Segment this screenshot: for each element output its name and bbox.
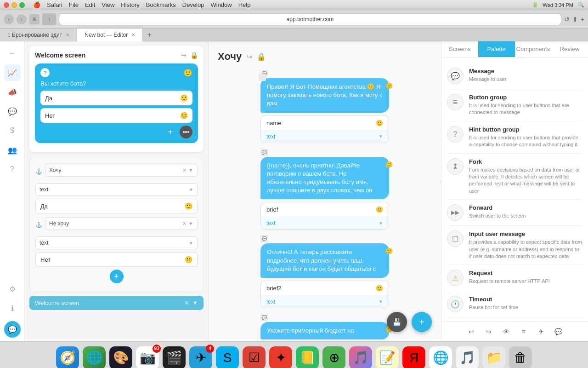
tab-components[interactable]: Components [515, 41, 552, 57]
menu-file[interactable]: File [69, 1, 79, 8]
nav-broadcast[interactable]: 📣 [4, 84, 21, 100]
share-action[interactable]: ⬆ [572, 16, 578, 23]
new-tab-button[interactable]: + [145, 30, 154, 40]
redo-button[interactable]: ↪ [483, 326, 495, 338]
forward-button[interactable]: › [17, 14, 27, 24]
palette-item-random[interactable]: ✕ Random component Performs random neste… [447, 317, 582, 322]
add-bookmark[interactable]: + [581, 16, 584, 23]
input-field-brief[interactable]: brief 🙂 [261, 202, 389, 217]
dock-photos[interactable]: 📷 93 [136, 346, 159, 368]
input-emoji-name[interactable]: 🙂 [376, 120, 383, 126]
nav-analytics[interactable]: 📈 [4, 64, 21, 81]
add-route-button[interactable]: + [110, 270, 124, 283]
tab-review[interactable]: Review [551, 41, 588, 57]
dock-safari[interactable]: 🌐 [83, 346, 106, 368]
emoji-icon-2[interactable]: 🙂 [385, 161, 393, 169]
dock-trash[interactable]: 🗑 [509, 346, 532, 368]
route-ne-hochu-close[interactable]: ✕ [182, 221, 187, 227]
minimize-button[interactable] [11, 2, 17, 8]
dock-yandex[interactable]: Я [402, 346, 425, 368]
route-select-ne-hochu[interactable]: Не хочу ✕ ▼ [45, 217, 198, 230]
lock-screen-button[interactable]: 🔒 [190, 52, 198, 59]
chat-support-button[interactable]: 💬 [4, 321, 21, 338]
menu-help[interactable]: Help [238, 1, 251, 8]
close-button[interactable] [4, 2, 9, 8]
input-field-brief2[interactable]: brief2 🙂 [261, 281, 389, 296]
input-type-brief2[interactable]: text ▼ [261, 296, 389, 308]
dock-todoist[interactable]: ☑ [243, 346, 266, 368]
menu-edit[interactable]: Edit [85, 1, 95, 8]
dock-finder2[interactable]: 📁 [482, 346, 505, 368]
palette-item-input[interactable]: ☐ Input user message It provides a capab… [447, 226, 582, 265]
palette-item-timeout[interactable]: 🕐 Timeout Pause bot for set time [447, 291, 582, 317]
nav-messages[interactable]: 💬 [4, 103, 21, 120]
dock-photoshop[interactable]: 🎨 [109, 346, 132, 368]
tab-bron[interactable]: :: Бронирование эдит ✕ [0, 29, 77, 41]
nav-settings[interactable]: ⚙ [4, 281, 21, 297]
palette-item-message[interactable]: 💬 Message Message to user [447, 63, 582, 89]
palette-item-button-group[interactable]: ≡ Button group It is used for sending to… [447, 89, 582, 121]
route-hochu-close[interactable]: ✕ [182, 167, 187, 173]
maximize-button[interactable] [19, 2, 25, 8]
tab-screens[interactable]: Screens [441, 41, 478, 57]
emoji-icon-1[interactable]: 🙂 [385, 82, 393, 90]
menu-window[interactable]: Window [210, 1, 232, 8]
save-fab[interactable]: 💾 [387, 312, 407, 332]
dock-telegram[interactable]: ✈ 4 [189, 346, 212, 368]
answer-net-emoji2[interactable]: 🙂 [185, 256, 192, 263]
input-type-name[interactable]: text ▼ [261, 131, 389, 143]
dock-itunes[interactable]: 🎵 [349, 346, 372, 368]
answer-net-emoji[interactable]: 🙂 [180, 112, 188, 119]
more-options-button[interactable]: ••• [180, 126, 192, 138]
back-button[interactable]: ‹ [4, 14, 14, 24]
tab-overview-button[interactable]: ⊞ [29, 14, 40, 24]
dock-everweb[interactable]: ⊕ [322, 346, 345, 368]
palette-item-hint[interactable]: ? Hint button group It is used for sendi… [447, 121, 582, 154]
input-type-brief[interactable]: text ▼ [261, 217, 389, 229]
send-telegram[interactable]: ✈ [535, 326, 547, 338]
nav-home[interactable]: ← [4, 45, 21, 62]
dock-music[interactable]: 🎵 [456, 346, 479, 368]
canvas-share-icon[interactable]: ↪ [246, 52, 252, 61]
answer-da-emoji[interactable]: 🙂 [180, 94, 188, 102]
menu-apple[interactable]: 🍎 [33, 1, 40, 8]
answer-da-emoji2[interactable]: 🙂 [185, 202, 192, 210]
menu-safari[interactable]: Safari [47, 1, 62, 8]
add-answer-button[interactable]: + [164, 126, 177, 138]
traffic-lights[interactable] [4, 2, 25, 8]
dock-finder[interactable]: 🧭 [56, 346, 79, 368]
list-button[interactable]: ≡ [518, 326, 530, 338]
add-fab[interactable]: + [412, 312, 432, 332]
menu-develop[interactable]: Develop [182, 1, 204, 8]
dock-finalcut[interactable]: 🎬 [163, 346, 186, 368]
palette-item-fork[interactable]: Fork Fork makes decisions based on data … [447, 154, 582, 200]
nav-info[interactable]: ℹ [4, 300, 21, 316]
welcome-arrow-btn[interactable]: ▼ [192, 299, 198, 306]
input-emoji-brief2[interactable]: 🙂 [376, 285, 383, 292]
dock-notes[interactable]: 📝 [376, 346, 399, 368]
tab-bron-close[interactable]: ✕ [66, 32, 69, 37]
menu-history[interactable]: History [121, 1, 139, 8]
search-icon[interactable]: 🔍 [578, 2, 584, 8]
input-field-name[interactable]: name 🙂 [261, 116, 389, 131]
address-bar[interactable]: app.botmother.com [59, 13, 561, 25]
dock-skype[interactable]: S [216, 346, 239, 368]
tab-palette[interactable]: Palette [478, 41, 515, 57]
route-select-hochu[interactable]: Хочу ✕ ▼ [45, 164, 198, 177]
dock-spark[interactable]: ✦ [269, 346, 292, 368]
share-screen-button[interactable]: ↪ [181, 52, 187, 59]
refresh-button[interactable]: ↺ [564, 16, 570, 23]
menu-view[interactable]: View [102, 1, 114, 8]
nav-help[interactable]: ? [4, 161, 21, 178]
undo-button[interactable]: ↩ [465, 326, 477, 338]
input-emoji-brief[interactable]: 🙂 [376, 206, 383, 213]
tab-editor[interactable]: New bot — Editor ✕ [77, 29, 143, 41]
menu-bookmarks[interactable]: Bookmarks [146, 1, 176, 8]
palette-item-request[interactable]: ⚠ Request Request to remote server HTTP … [447, 265, 582, 291]
nav-revenue[interactable]: $ [4, 122, 21, 139]
route-select-text2[interactable]: text ▼ [35, 236, 198, 249]
share-button[interactable]: ↑ [42, 13, 56, 25]
dock-chrome[interactable]: 🌐 [429, 346, 452, 368]
palette-item-forward[interactable]: ▶▶ Forward Switch user to the screen [447, 200, 582, 226]
welcome-close-btn[interactable]: ✕ [184, 299, 189, 306]
